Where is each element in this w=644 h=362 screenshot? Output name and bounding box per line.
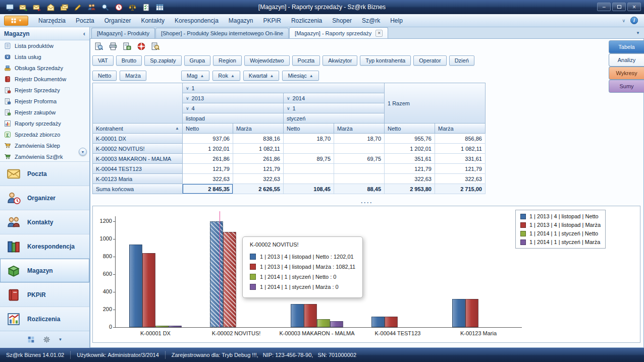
filter-field-sp-zapłaty[interactable]: Sp.zapłaty [144,55,181,66]
menu-item-kontakty[interactable]: Kontakty [136,15,170,26]
row-field-kontrahent[interactable]: Kontrahent▲ [93,124,183,134]
column-group-total[interactable]: 1 Razem [385,83,486,124]
data-cell[interactable]: 1 082,11 [233,144,284,154]
menu-item-organizer[interactable]: Organizer [99,15,136,26]
menu-item-rozliczenia[interactable]: Rozliczenia [286,15,327,26]
view-tab-sumy[interactable]: Sumy [609,80,644,93]
data-cell[interactable]: 121,79 [233,164,284,174]
data-cell[interactable]: 322,63 [183,174,233,184]
data-cell[interactable]: 856,86 [435,134,486,144]
data-cell[interactable]: 322,63 [385,174,435,184]
data-cell[interactable]: 18,70 [284,134,334,144]
sidebar-item-lista-usług[interactable]: Lista usług [0,51,89,63]
collapse-icon[interactable]: ∨ [287,106,290,111]
data-cell[interactable]: 1 202,01 [183,144,233,154]
measure-header[interactable]: Marża [334,124,385,134]
data-cell[interactable]: 838,16 [233,134,284,144]
find-page-icon[interactable] [150,41,160,51]
sidebar-item-zamówienia-sz@rk[interactable]: Zamówienia Sz@rk [0,151,89,161]
column-group-q4[interactable]: ∨4 [183,103,284,113]
module-button-pkpir[interactable]: PKPiR [0,282,89,307]
data-field-netto[interactable]: Netto [92,71,117,81]
module-button-rozliczenia[interactable]: Rozliczenia [0,307,89,331]
total-cell[interactable]: 2 845,35 [183,184,233,194]
info-icon[interactable]: i [630,17,638,24]
module-button-organizer[interactable]: Organizer [0,186,89,210]
data-field-marża[interactable]: Marża [120,71,146,81]
printer-icon[interactable] [108,41,118,51]
data-cell[interactable] [284,174,334,184]
collapse-icon[interactable]: ∨ [186,106,189,111]
data-cell[interactable]: 121,79 [183,164,233,174]
total-cell[interactable]: 2 626,55 [233,184,284,194]
module-button-kontakty[interactable]: Kontakty [0,210,89,234]
column-field-rok[interactable]: Rok▲ [212,71,240,81]
data-cell[interactable]: 937,06 [183,134,233,144]
menu-item-korespondencja[interactable]: Korespondencja [170,15,224,26]
data-cell[interactable]: 121,79 [385,164,435,174]
column-group-mag[interactable]: ∨1 [183,83,385,93]
filter-field-typ-kontrahenta[interactable]: Typ kontrahenta [360,55,411,66]
data-cell[interactable] [334,144,385,154]
filter-field-operator[interactable]: Operator [413,55,446,66]
measure-header[interactable]: Netto [385,124,435,134]
view-tab-analizy[interactable]: Analizy [609,53,644,67]
menu-item-sz@rk[interactable]: Sz@rk [357,15,385,26]
help-icon[interactable] [136,41,146,51]
total-cell[interactable]: 2 715,00 [435,184,486,194]
filter-field-region[interactable]: Region [213,55,242,66]
column-field-kwartał[interactable]: Kwartał▲ [243,71,280,81]
mail-send-icon[interactable] [19,3,28,12]
data-cell[interactable] [334,164,385,174]
data-cell[interactable]: 1 202,01 [385,144,435,154]
column-group-2013[interactable]: ∨2013 [183,93,284,103]
view-tab-wykresy[interactable]: Wykresy [609,67,644,80]
chart-bar[interactable] [210,221,223,327]
close-button[interactable]: × [627,3,641,11]
sidebar-item-obsługa-sprzedaży[interactable]: Obsługa Sprzedaży [0,63,89,74]
gear-icon[interactable] [43,336,50,343]
data-cell[interactable]: 351,61 [385,154,435,164]
app-menu-button[interactable]: ▼ [4,16,28,26]
tab-magazyn-produkty[interactable]: [Magazyn] - Produkty [91,28,155,38]
sidebar-item-zamówienia-sklep[interactable]: Zamówienia Sklep [0,140,89,151]
dropdown-icon[interactable]: ▼ [59,337,63,342]
measure-header[interactable]: Netto [284,124,334,134]
row-label[interactable]: K-00123 Maria [93,174,183,184]
sidebar-item-lista-produktów[interactable]: Lista produktów [0,40,89,51]
table-grid-icon[interactable] [155,3,164,12]
chart-bar[interactable] [385,317,398,327]
data-cell[interactable]: 261,86 [233,154,284,164]
restore-button[interactable] [612,3,626,11]
legend-item[interactable]: 1 | 2013 | 4 | listopad | Marża [520,222,601,228]
sidebar-item-rejestr-sprzedaży[interactable]: Rejestr Sprzedaży [0,85,89,96]
splitter-handle[interactable]: ···· [90,200,644,205]
module-button-magazyn[interactable]: Magazyn [0,258,89,282]
menu-item-magazyn[interactable]: Magazyn [224,15,258,26]
menu-item-pkpir[interactable]: PKPiR [258,15,286,26]
sidebar-item-sprzedaż-zbiorczo[interactable]: ΣSprzedaż zbiorczo [0,129,89,140]
column-field-mag[interactable]: Mag▲ [181,71,209,81]
export-icon[interactable] [122,41,132,51]
menu-item-poczta[interactable]: Poczta [71,15,99,26]
tasks-icon[interactable] [141,3,150,12]
data-cell[interactable]: 18,70 [334,134,385,144]
filter-field-brutto[interactable]: Brutto [116,55,142,66]
mail-stack-icon[interactable] [60,3,69,12]
chart-bar[interactable] [155,326,169,327]
monitor-icon[interactable] [5,3,14,12]
data-cell[interactable]: 331,61 [435,154,486,164]
chart-bar[interactable] [452,299,465,327]
filter-field-poczta[interactable]: Poczta [292,55,320,66]
grid-icon[interactable] [27,336,35,343]
people-icon[interactable] [87,3,96,12]
collapse-icon[interactable]: ∨ [186,86,189,91]
collapse-icon[interactable]: ∨ [186,96,189,101]
chart-bar[interactable] [129,245,142,327]
data-cell[interactable] [284,164,334,174]
chart-bar[interactable] [371,317,385,327]
column-group-listopad[interactable]: listopad [183,113,284,124]
total-cell[interactable]: 2 953,80 [385,184,435,194]
total-cell[interactable]: 108,45 [284,184,334,194]
data-cell[interactable] [284,144,334,154]
